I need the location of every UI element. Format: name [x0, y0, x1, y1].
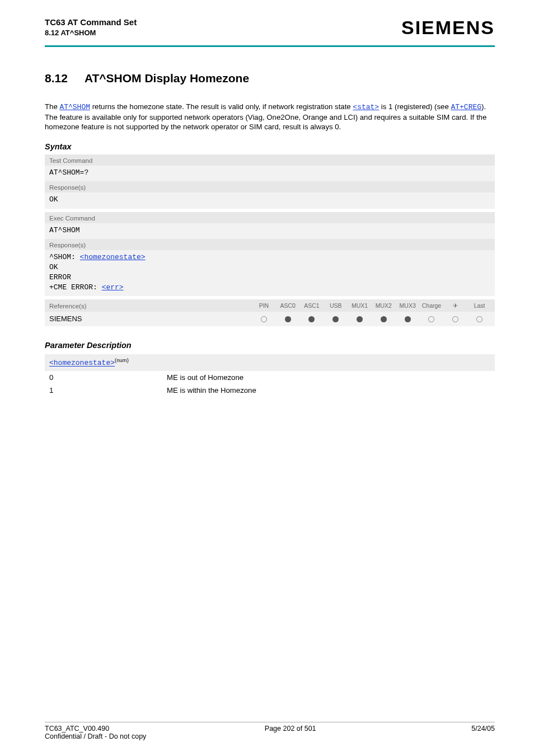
footer-right: 5/24/05 — [471, 725, 495, 732]
footer-left2: Confidential / Draft - Do not copy — [45, 732, 146, 740]
test-command-text: AT^SHOM=? — [49, 168, 88, 177]
exec-resp-line3: ERROR — [49, 273, 490, 283]
footer-center: Page 202 of 501 — [265, 725, 316, 732]
header-left: TC63 AT Command Set 8.12 AT^SHOM — [45, 17, 137, 38]
link-at-shom[interactable]: AT^SHOM — [59, 103, 90, 111]
brand-logo: SIEMENS — [401, 17, 495, 39]
exec-resp-line4: +CME ERROR: <err> — [49, 283, 490, 293]
col-asc1: ASC1 — [300, 302, 324, 309]
exec-command-code: AT^SHOM — [45, 223, 495, 239]
circle-filled-icon — [405, 316, 411, 322]
section-number: 8.12 — [45, 72, 68, 85]
param-head: <homezonestate>(num) — [45, 354, 495, 370]
reference-header-row: Reference(s) PIN ASC0 ASC1 USB MUX1 MUX2… — [45, 299, 495, 312]
circle-open-icon — [452, 316, 458, 322]
col-usb: USB — [324, 302, 348, 309]
col-mux1: MUX1 — [348, 302, 372, 309]
col-pin: PIN — [252, 302, 276, 309]
intro-line2: The feature is available only for suppor… — [45, 112, 495, 133]
dot-mux1 — [348, 316, 372, 322]
col-asc0: ASC0 — [276, 302, 300, 309]
exec-command-text: AT^SHOM — [49, 226, 80, 234]
doc-subtitle: 8.12 AT^SHOM — [45, 28, 137, 38]
exec-resp-l4a: +CME ERROR: — [49, 283, 102, 292]
footer-rule — [45, 722, 495, 722]
dot-asc0 — [276, 316, 300, 322]
param-row-0: 0 ME is out of Homezone — [45, 371, 495, 384]
link-stat[interactable]: <stat> — [353, 103, 379, 111]
circle-open-icon — [428, 316, 434, 322]
dot-charge — [420, 316, 444, 322]
link-at-creg[interactable]: AT+CREG — [451, 103, 481, 111]
test-response-text: OK — [49, 195, 58, 204]
footer-left1: TC63_ATC_V00.490 — [45, 725, 109, 732]
param-head-sup: (num) — [115, 357, 129, 363]
dot-asc1 — [300, 316, 324, 322]
dot-pin — [252, 316, 276, 322]
dot-usb — [324, 316, 348, 322]
test-response-code: OK — [45, 192, 495, 208]
param-head-link[interactable]: <homezonestate> — [49, 359, 115, 368]
intro-t1: The — [45, 102, 59, 111]
dot-last — [467, 316, 491, 322]
reference-value: SIEMENS — [45, 312, 252, 326]
exec-resp-line2: OK — [49, 262, 490, 273]
reference-value-row: SIEMENS — [45, 312, 495, 326]
param-row-1: 1 ME is within the Homezone — [45, 384, 495, 397]
col-last: Last — [467, 302, 491, 309]
syntax-block: Test Command AT^SHOM=? Response(s) OK Ex… — [45, 154, 495, 326]
intro-t2: returns the homezone state. The result i… — [90, 102, 353, 111]
header-rule — [45, 45, 495, 47]
exec-command-label: Exec Command — [45, 212, 495, 223]
page: TC63 AT Command Set 8.12 AT^SHOM SIEMENS… — [0, 0, 534, 756]
section-heading: 8.12 AT^SHOM Display Homezone — [45, 72, 495, 85]
dot-airplane — [443, 316, 467, 322]
param-val-0: ME is out of Homezone — [167, 373, 243, 382]
test-response-label: Response(s) — [45, 181, 495, 192]
dot-mux2 — [372, 316, 396, 322]
circle-filled-icon — [357, 316, 363, 322]
reference-dots — [252, 312, 495, 326]
exec-resp-l1a: ^SHOM: — [49, 253, 80, 261]
param-desc-label: Parameter Description — [45, 341, 495, 350]
footer-row1: TC63_ATC_V00.490 Page 202 of 501 5/24/05 — [45, 725, 495, 732]
param-key-1: 1 — [49, 386, 167, 395]
exec-resp-line1: ^SHOM: <homezonestate> — [49, 252, 490, 262]
circle-filled-icon — [285, 316, 291, 322]
col-mux3: MUX3 — [396, 302, 420, 309]
circle-filled-icon — [308, 316, 315, 322]
param-val-1: ME is within the Homezone — [167, 386, 256, 395]
link-homezonestate[interactable]: <homezonestate> — [80, 253, 146, 261]
exec-response-code: ^SHOM: <homezonestate> OK ERROR +CME ERR… — [45, 250, 495, 297]
syntax-label: Syntax — [45, 142, 495, 151]
col-airplane: ✈ — [443, 302, 467, 309]
param-key-0: 0 — [49, 373, 167, 382]
reference-columns: PIN ASC0 ASC1 USB MUX1 MUX2 MUX3 Charge … — [252, 299, 495, 312]
section-title: AT^SHOM Display Homezone — [85, 72, 249, 85]
dot-mux3 — [396, 316, 420, 322]
footer-row2: Confidential / Draft - Do not copy — [45, 732, 495, 740]
page-header: TC63 AT Command Set 8.12 AT^SHOM SIEMENS — [45, 17, 495, 39]
col-mux2: MUX2 — [372, 302, 396, 309]
test-command-code: AT^SHOM=? — [45, 166, 495, 181]
page-footer: TC63_ATC_V00.490 Page 202 of 501 5/24/05… — [45, 722, 495, 740]
intro-t4: ). — [481, 102, 486, 111]
reference-label: Reference(s) — [45, 299, 252, 312]
circle-open-icon — [261, 316, 267, 322]
link-err[interactable]: <err> — [102, 283, 124, 292]
intro-t3: is 1 (registered) (see — [379, 102, 451, 111]
circle-open-icon — [476, 316, 483, 322]
test-command-label: Test Command — [45, 154, 495, 166]
circle-filled-icon — [332, 316, 339, 322]
circle-filled-icon — [381, 316, 387, 322]
intro-paragraph: The AT^SHOM returns the homezone state. … — [45, 102, 495, 132]
exec-response-label: Response(s) — [45, 239, 495, 250]
col-charge: Charge — [420, 302, 444, 309]
doc-title: TC63 AT Command Set — [45, 17, 137, 28]
